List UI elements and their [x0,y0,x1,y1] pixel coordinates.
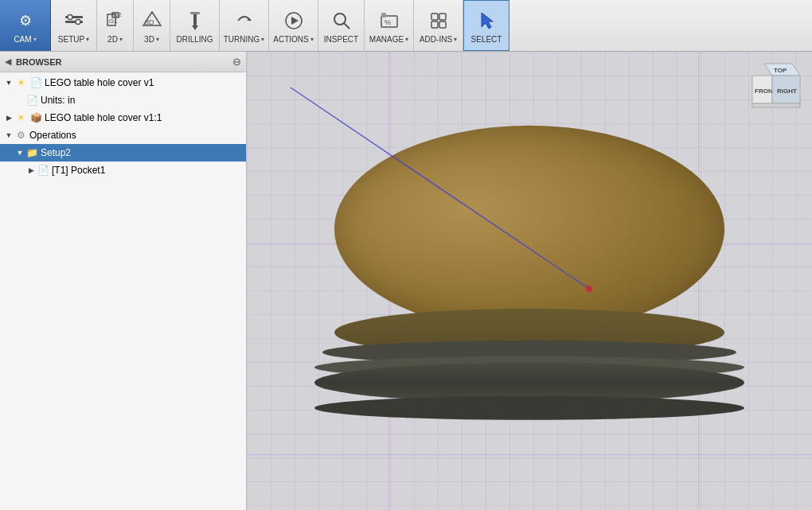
view-cube-svg: TOP FRONT RIGHT [748,60,804,119]
cylinder-top [334,126,724,356]
turning-icon [232,8,257,33]
viewport[interactable]: TOP FRONT RIGHT [247,52,812,510]
3d-label: 3D▾ [144,35,159,44]
setup-label: SETUP▾ [58,35,89,44]
toolbar-3d[interactable]: 3D 3D▾ [134,0,170,51]
svg-text:G1: G1 [109,18,118,25]
actions-label: ACTIONS▾ [273,35,313,44]
setup-icon [61,8,87,33]
tree-item-root[interactable]: ▼ ☀ 📄 LEGO table hole cover v1 [0,74,246,91]
2d-icon: G1 G2 [103,8,128,33]
3d-icon: 3D [139,8,165,33]
select-icon [474,8,499,33]
tree-expand-pocket1[interactable]: ▶ [25,165,37,176]
svg-rect-22 [439,14,446,20]
browser-title: BROWSER [16,57,228,67]
toolbar-manage[interactable]: % MANAGE▾ [365,0,414,51]
svg-point-16 [334,14,345,25]
svg-text:G2: G2 [113,11,122,18]
svg-rect-23 [431,21,438,28]
inspect-label: INSPECT [324,35,358,44]
svg-point-2 [68,14,72,19]
tree-expand-component[interactable]: ▶ [3,112,14,123]
svg-marker-31 [752,103,800,107]
tree-item-component[interactable]: ▶ ☀ 📦 LEGO table hole cover v1:1 [0,109,246,127]
svg-rect-24 [439,21,446,28]
svg-rect-12 [190,12,200,14]
toolbar-actions[interactable]: ACTIONS▾ [269,0,318,51]
tree-item-units[interactable]: ▶ 📄 Units: in [0,91,246,109]
drilling-label: DRILLING [176,35,213,44]
component-eye-icon: ☀ [14,111,27,124]
turning-label: TURNING▾ [224,35,265,44]
manage-icon: % [377,8,402,33]
tree-label-root: LEGO table hole cover v1 [45,77,154,88]
toolbar-2d[interactable]: G1 G2 2D▾ [97,0,134,51]
cam-icon: ⚙ [13,8,38,33]
toolbar-inspect[interactable]: INSPECT [318,0,365,51]
setup2-folder-icon: 📁 [25,146,38,159]
tree-expand-root[interactable]: ▼ [3,77,14,88]
doc-icon: 📄 [29,76,42,89]
svg-marker-25 [482,13,493,29]
toolbar-drilling[interactable]: DRILLING [170,0,220,51]
2d-label: 2D▾ [107,35,123,44]
cylinder-base [314,333,744,420]
svg-marker-11 [192,25,198,30]
svg-marker-15 [291,17,299,25]
browser-panel: ◀ BROWSER ⊖ ▼ ☀ 📄 LEGO table hole cover … [0,52,247,510]
axis-line-blue-horizontal [247,454,812,455]
cam-label: CAM ▾ [14,35,36,44]
tree-label-setup2: Setup2 [41,147,71,158]
tree-label-operations: Operations [29,130,76,141]
toolbar-turning[interactable]: TURNING▾ [220,0,269,51]
tree-label-component: LEGO table hole cover v1:1 [45,112,162,123]
inspect-icon [329,8,354,33]
browser-collapse-left[interactable]: ◀ [5,56,11,67]
view-cube: TOP FRONT RIGHT [748,60,804,123]
drilling-icon [182,8,208,33]
units-doc-icon: 📄 [25,94,38,107]
add-ins-icon [426,8,451,33]
browser-header: ◀ BROWSER ⊖ [0,52,246,72]
svg-line-17 [344,23,349,29]
browser-collapse-right[interactable]: ⊖ [232,56,241,68]
cylinder-base-ellipse-bottom [314,396,744,420]
browser-tree: ▼ ☀ 📄 LEGO table hole cover v1 ▶ 📄 Units… [0,72,246,510]
svg-text:%: % [385,18,391,26]
toolbar-select[interactable]: SELECT [463,0,509,51]
tree-item-pocket1[interactable]: ▶ 📄 [T1] Pocket1 [0,162,246,179]
tree-label-pocket1: [T1] Pocket1 [52,165,105,176]
toolbar-setup[interactable]: SETUP▾ [51,0,97,51]
pocket1-doc-icon: 📄 [37,164,49,177]
tree-label-units: Units: in [41,95,75,106]
manage-label: MANAGE▾ [369,35,408,44]
add-ins-label: ADD-INS▾ [420,35,457,44]
toolbar: ⚙ CAM ▾ SETUP▾ G1 G2 2D▾ 3D [0,0,812,52]
actions-icon [281,8,306,33]
tree-item-setup2[interactable]: ▼ 📁 Setup2 [0,144,246,162]
cylinder-top-face [334,126,724,333]
svg-rect-20 [381,13,386,18]
svg-rect-10 [193,13,197,25]
cube-top-label: TOP [774,67,787,74]
tree-expand-setup2[interactable]: ▼ [14,147,25,158]
svg-point-3 [76,19,80,24]
select-label: SELECT [471,35,502,44]
svg-rect-21 [431,14,438,20]
tree-expand-operations[interactable]: ▼ [3,130,14,141]
cube-right-label: RIGHT [777,88,797,95]
component-box-icon: 📦 [29,111,42,124]
operations-icon: ⚙ [14,129,27,142]
eye-icon: ☀ [14,76,27,89]
toolbar-add-ins[interactable]: ADD-INS▾ [414,0,463,51]
3d-object [306,118,752,420]
toolbar-cam[interactable]: ⚙ CAM ▾ [0,0,51,51]
svg-text:3D: 3D [145,18,154,26]
tree-item-operations[interactable]: ▼ ⚙ Operations [0,127,246,144]
